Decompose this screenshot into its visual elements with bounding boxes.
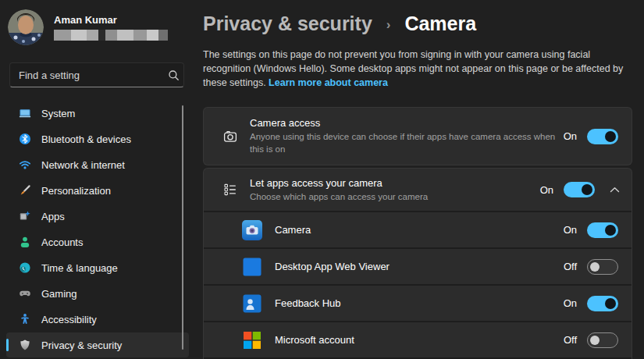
avatar-image [8,9,44,45]
toggle-knob [590,262,600,272]
app-row-camera: Camera On [204,211,632,247]
sidebar-item-accessibility[interactable]: Accessibility [6,307,189,332]
let-apps-text: Let apps access your camera Choose which… [250,177,428,204]
description-text: The settings on this page do not prevent… [203,49,623,88]
setting-subtitle: Anyone using this device can choose if t… [250,131,560,155]
sidebar-item-system[interactable]: System [6,101,189,126]
setting-title: Let apps access your camera [250,177,428,189]
microsoft-account-toggle[interactable] [587,332,618,348]
toggle-state-label: On [560,130,577,142]
sidebar-item-label: Apps [41,211,65,222]
redacted-email [54,30,168,41]
let-apps-setting[interactable]: Let apps access your camera Choose which… [204,169,632,211]
search-box[interactable] [9,62,184,87]
sidebar-nav: System Bluetooth & devices Network & int… [0,101,195,357]
setting-title: Camera access [250,117,560,129]
main-content: Privacy & security › Camera The settings… [195,0,644,359]
breadcrumb: Privacy & security › Camera [203,11,632,37]
app-row-feedback-hub: Feedback Hub On [204,284,632,321]
let-apps-toggle[interactable] [564,182,595,197]
feedback-hub-toggle[interactable] [587,296,618,311]
toggle-state-label: Off [560,261,577,272]
user-name: Aman Kumar [54,14,168,26]
app-name: Desktop App Web Viewer [275,261,390,272]
camera-access-setting: Camera access Anyone using this device c… [203,107,632,165]
sidebar-item-bluetooth-devices[interactable]: Bluetooth & devices [6,126,189,151]
let-apps-group: Let apps access your camera Choose which… [203,168,632,359]
toggle-state-label: Off [560,334,577,346]
breadcrumb-separator-icon: › [386,17,391,32]
person-icon [19,236,31,248]
camera-access-text: Camera access Anyone using this device c… [250,117,560,155]
camera-access-control: On [560,129,618,144]
accessibility-person-icon [19,313,31,325]
user-profile[interactable]: Aman Kumar [0,8,195,45]
setting-subtitle: Choose which apps can access your camera [250,191,428,204]
desktop-app-web-viewer-icon [242,257,262,277]
sidebar-item-accounts[interactable]: Accounts [6,229,189,254]
microsoft-logo-icon [242,330,262,350]
search-input[interactable] [10,69,163,81]
bluetooth-icon [19,133,31,145]
camera-outline-icon [222,129,238,144]
camera-access-toggle[interactable] [587,129,618,144]
toggle-knob [590,336,600,345]
chevron-up-icon[interactable] [608,187,621,193]
sidebar-item-privacy-security[interactable]: Privacy & security [6,332,189,357]
camera-app-icon [242,220,262,240]
sidebar-item-label: System [41,108,75,119]
paintbrush-icon [19,184,31,197]
sidebar-item-label: Accessibility [41,314,97,325]
apps-icon [19,210,31,222]
sidebar-scrollbar[interactable] [182,105,183,350]
page-title: Camera [404,12,476,34]
sidebar-item-label: Privacy & security [41,339,122,351]
sidebar-item-personalization[interactable]: Personalization [6,178,189,203]
sidebar-item-label: Bluetooth & devices [41,133,131,145]
app-name: Feedback Hub [275,297,341,309]
page-description: The settings on this page do not prevent… [203,48,628,90]
learn-more-link[interactable]: Learn more about camera [269,77,388,88]
sidebar-item-time-language[interactable]: Time & language [6,255,189,280]
app-toggle-control: On [560,222,618,238]
toggle-knob [605,298,616,309]
toggle-knob [605,131,616,142]
search-icon [163,69,183,81]
sidebar: Aman Kumar System Bluetooth & devices [0,0,195,359]
app-name: Camera [275,224,311,236]
app-toggle-control: On [560,296,618,311]
profile-text: Aman Kumar [54,14,168,41]
sidebar-item-network-internet[interactable]: Network & internet [6,152,189,177]
sidebar-item-gaming[interactable]: Gaming [6,281,189,306]
sidebar-item-label: Personalization [41,185,111,197]
sidebar-item-label: Time & language [41,262,118,274]
app-row-desktop-app-web-viewer: Desktop App Web Viewer Off [204,247,632,284]
toggle-knob [605,225,616,236]
breadcrumb-parent[interactable]: Privacy & security [203,12,372,34]
clock-globe-icon [19,261,31,274]
toggle-knob [582,184,592,195]
app-toggle-control: Off [560,259,618,275]
gamepad-icon [19,287,31,300]
sidebar-item-apps[interactable]: Apps [6,204,189,229]
settings-cards: Camera access Anyone using this device c… [203,107,632,359]
desktop-app-web-viewer-toggle[interactable] [587,259,618,275]
toggle-state-label: On [560,224,577,236]
sidebar-item-label: Accounts [41,236,83,248]
system-icon [19,107,31,119]
feedback-hub-icon [242,293,262,314]
camera-app-toggle[interactable] [587,222,618,238]
app-row-microsoft-account: Microsoft account Off [204,321,632,357]
toggle-state-label: On [536,184,553,196]
selection-indicator [6,339,9,351]
toggle-state-label: On [560,297,577,309]
shield-icon [19,339,31,351]
app-toggle-control: Off [560,332,618,348]
sidebar-item-label: Network & internet [41,159,125,171]
let-apps-control: On [536,182,621,197]
app-list-icon [222,182,238,197]
app-name: Microsoft account [275,334,354,346]
settings-window: { "sidebar": { "user": { "name": "Aman K… [0,0,644,359]
avatar [8,9,44,45]
sidebar-item-label: Gaming [41,288,77,300]
